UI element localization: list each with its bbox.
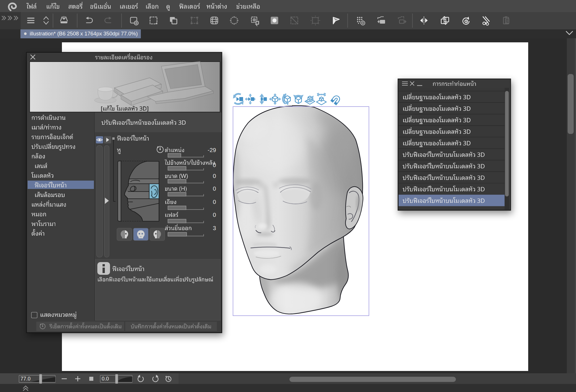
svg-text:-29: -29 bbox=[208, 147, 216, 153]
svg-text:0.0: 0.0 bbox=[102, 376, 109, 382]
svg-text:illustration* (B6 2508 x 1764p: illustration* (B6 2508 x 1764px 350dpi 7… bbox=[30, 31, 138, 37]
svg-text:0: 0 bbox=[213, 162, 216, 168]
svg-text:0: 0 bbox=[213, 212, 216, 218]
svg-text:3: 3 bbox=[213, 225, 216, 231]
svg-text:0: 0 bbox=[213, 173, 216, 179]
svg-text:0: 0 bbox=[213, 199, 216, 205]
svg-text:0: 0 bbox=[213, 185, 216, 192]
svg-text:77.0: 77.0 bbox=[20, 376, 31, 382]
